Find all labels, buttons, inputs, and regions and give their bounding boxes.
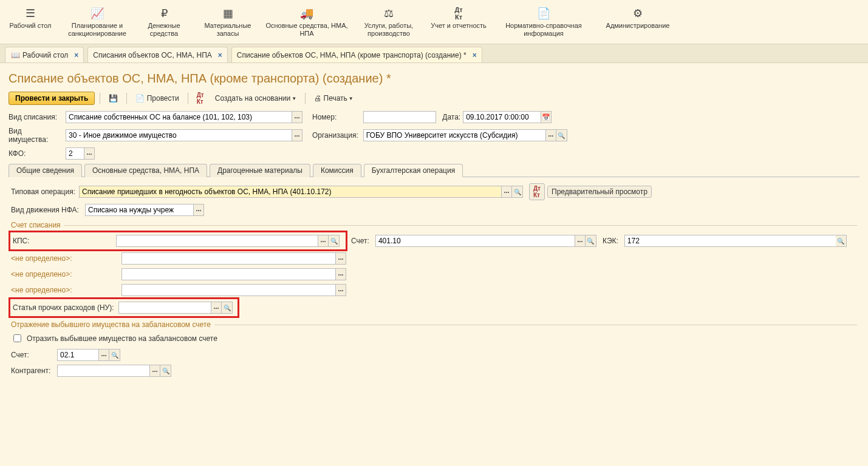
nav-money[interactable]: ₽ Денежные средства xyxy=(134,0,194,44)
post-and-close-button[interactable]: Провести и закрыть xyxy=(9,92,95,105)
tab-label: Списания объектов ОС, НМА, НПА xyxy=(93,51,211,59)
nav-planning[interactable]: 📈 Планирование и санкционирование xyxy=(61,0,134,44)
label-data: Дата: xyxy=(442,113,460,121)
fieldset-otrazhenie: Отражение выбывшего имущества на забалан… xyxy=(11,320,857,329)
select-button[interactable] xyxy=(292,129,302,141)
kps-input[interactable] xyxy=(116,235,318,247)
row-vid-spisaniya: Вид списания: Номер: Дата: 📅 xyxy=(9,111,859,123)
label-undef[interactable]: <не определено>: xyxy=(11,270,119,279)
label-typop: Типовая операция: xyxy=(11,187,77,196)
subtab-precious[interactable]: Драгоценные материалы xyxy=(210,164,310,177)
nomer-input[interactable] xyxy=(363,111,436,123)
page-title: Списание объектов ОС, НМА, НПА (кроме тр… xyxy=(9,72,859,86)
select-button[interactable] xyxy=(193,204,204,216)
search-button[interactable] xyxy=(109,349,120,361)
select-button[interactable] xyxy=(501,186,512,198)
dtkt-small-button[interactable]: ДтКт xyxy=(529,183,545,200)
search-button[interactable] xyxy=(556,129,567,141)
nav-materials[interactable]: ▦ Материальные запасы xyxy=(194,0,261,44)
row-kfo: КФО: xyxy=(9,147,859,160)
top-nav: ☰ Рабочий стол 📈 Планирование и санкцион… xyxy=(0,0,868,44)
fieldset-schet-spisaniya: Счет списания xyxy=(11,221,857,229)
print-button[interactable]: 🖨 Печать▼ xyxy=(310,92,357,105)
search-button[interactable] xyxy=(222,302,233,314)
row-kontragent: Контрагент: xyxy=(11,365,857,377)
label-undef[interactable]: <не определено>: xyxy=(11,254,119,263)
close-icon[interactable]: × xyxy=(74,51,78,59)
select-button[interactable] xyxy=(149,365,160,377)
printer-icon: 🖨 xyxy=(314,94,321,103)
row-typop: Типовая операция: ДтКт Предварительный п… xyxy=(11,183,857,200)
grid-icon: ▦ xyxy=(197,5,259,22)
calendar-button[interactable]: 📅 xyxy=(541,111,552,123)
otrazit-checkbox[interactable] xyxy=(13,334,21,342)
ruble-icon: ₽ xyxy=(136,5,192,22)
schet2-input[interactable] xyxy=(57,349,98,361)
label-schet2: Счет: xyxy=(11,351,55,359)
kek-input[interactable] xyxy=(624,235,836,247)
app-tabbar: 📖 Рабочий стол × Списания объектов ОС, Н… xyxy=(0,44,868,63)
checkbox-otrazit[interactable]: Отразить выбывшее имущество на забалансо… xyxy=(11,333,857,344)
kfo-input[interactable] xyxy=(66,147,84,160)
page-body: Списание объектов ОС, НМА, НПА (кроме тр… xyxy=(0,63,868,389)
undef-input-2[interactable] xyxy=(121,268,335,280)
label-vid-spis: Вид списания: xyxy=(9,113,63,121)
nav-reference[interactable]: 📄 Нормативно-справочная информация xyxy=(492,0,595,44)
search-button[interactable] xyxy=(160,365,171,377)
select-button[interactable] xyxy=(545,129,556,141)
nav-accounting[interactable]: ДтКт Учет и отчетность xyxy=(425,0,492,44)
book-icon: 📄 xyxy=(494,5,593,22)
vid-spis-input[interactable] xyxy=(66,111,292,123)
select-button[interactable] xyxy=(318,235,329,247)
dtkt-button[interactable]: ДтКт xyxy=(193,92,208,105)
tab-list[interactable]: Списания объектов ОС, НМА, НПА × xyxy=(87,47,227,62)
search-button[interactable] xyxy=(586,235,596,247)
row-undef-3: <не определено>: xyxy=(11,284,857,296)
select-button[interactable] xyxy=(292,111,302,123)
typop-input[interactable] xyxy=(79,186,501,198)
search-button[interactable] xyxy=(836,235,847,247)
subtab-general[interactable]: Общие сведения xyxy=(9,164,82,177)
preview-button[interactable]: Предварительный просмотр xyxy=(547,186,652,198)
date-input[interactable] xyxy=(463,111,541,123)
chart-up-icon: 📈 xyxy=(63,5,131,22)
chevron-down-icon: ▼ xyxy=(292,96,296,101)
statya-input[interactable] xyxy=(118,302,211,314)
schet-input[interactable] xyxy=(375,235,575,247)
select-button[interactable] xyxy=(84,147,95,160)
select-button[interactable] xyxy=(98,349,109,361)
post-icon: 📄 xyxy=(135,94,145,103)
label-kek: КЭК: xyxy=(603,237,618,245)
org-input[interactable] xyxy=(363,129,545,141)
nav-admin[interactable]: ⚙ Администрирование xyxy=(595,0,680,44)
create-based-button[interactable]: Создать на основании▼ xyxy=(211,92,300,105)
select-button[interactable] xyxy=(211,302,222,314)
tab-document[interactable]: Списание объектов ОС, НМА, НПА (кроме тр… xyxy=(231,47,482,62)
kontragent-input[interactable] xyxy=(57,365,149,377)
subtab-accounting[interactable]: Бухгалтерская операция xyxy=(364,164,463,177)
select-button[interactable] xyxy=(335,284,346,296)
undef-input-3[interactable] xyxy=(121,284,335,296)
post-button[interactable]: 📄 Провести xyxy=(132,92,182,105)
vid-dv-nfa-input[interactable] xyxy=(85,204,193,216)
nav-desktop[interactable]: ☰ Рабочий стол xyxy=(0,0,61,44)
nav-services[interactable]: ⚖ Услуги, работы, производство xyxy=(352,0,425,44)
row-schet2: Счет: xyxy=(11,349,857,361)
select-button[interactable] xyxy=(335,268,346,280)
subtab-os[interactable]: Основные средства, НМА, НПА xyxy=(84,164,207,177)
nav-fixed-assets[interactable]: 🚚 Основные средства, НМА, НПА xyxy=(261,0,352,44)
close-icon[interactable]: × xyxy=(218,51,222,59)
close-icon[interactable]: × xyxy=(473,51,477,59)
select-button[interactable] xyxy=(575,235,586,247)
search-button[interactable] xyxy=(329,235,340,247)
save-button[interactable]: 💾 xyxy=(105,92,121,105)
select-button[interactable] xyxy=(335,252,346,265)
tab-desktop[interactable]: 📖 Рабочий стол × xyxy=(5,47,84,62)
vid-im-input[interactable] xyxy=(66,129,292,141)
subtab-commission[interactable]: Комиссия xyxy=(313,164,361,177)
label-undef[interactable]: <не определено>: xyxy=(11,286,119,294)
undef-input-1[interactable] xyxy=(121,252,335,265)
search-button[interactable] xyxy=(512,186,523,198)
highlight-kps: КПС: xyxy=(9,231,347,251)
truck-icon: 🚚 xyxy=(264,5,350,22)
